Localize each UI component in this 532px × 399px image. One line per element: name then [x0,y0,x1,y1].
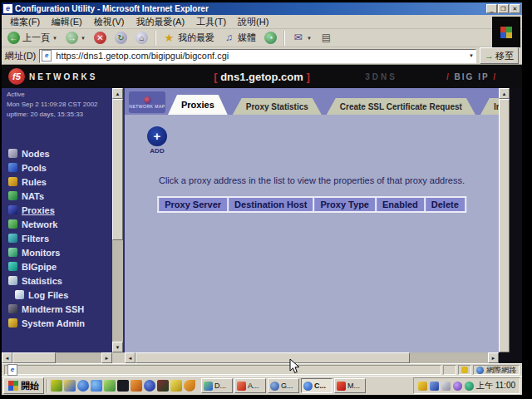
f5-header: f5 NETWORKS [ dns1.getop.com ] 3DNS / BI… [2,65,522,88]
quicklaunch-icon-8[interactable] [144,380,155,392]
close-button[interactable]: ✕ [510,4,520,13]
start-button[interactable]: 開始 [3,377,44,394]
tab-bar: Proxies Proxy Statistics Create SSL Cert… [168,95,499,115]
refresh-button[interactable]: ↻ [111,31,131,46]
tab-create-ssl-certificate-request[interactable]: Create SSL Certificate Request [327,98,475,115]
menu-file[interactable]: 檔案(F) [5,15,45,29]
sidebar-item-nodes[interactable]: Nodes [8,146,111,160]
print-button[interactable]: ▤ [317,31,336,46]
sidebar-hscrollbar[interactable]: ◄ ► [2,352,112,363]
mail-button[interactable]: ✉ ▼ [288,31,315,46]
tab-proxy-statistics[interactable]: Proxy Statistics [233,98,322,115]
scroll-left-icon[interactable]: ◄ [125,352,135,363]
quicklaunch-icon-9[interactable] [157,380,169,392]
address-dropdown-icon[interactable]: ▼ [469,53,474,58]
stop-button[interactable]: ✕ [91,31,110,46]
task-window-4-active[interactable]: C... [301,378,332,393]
mindterm-ssh-icon [8,304,17,313]
column-proxy-server[interactable]: Proxy Server [158,197,228,212]
tray-icon-5[interactable] [465,382,474,391]
quicklaunch-icon-2[interactable] [64,380,76,392]
task-window-1[interactable]: D... [201,378,233,393]
sidebar-item-rules[interactable]: Rules [8,175,111,189]
sidebar-item-monitors[interactable]: Monitors [8,245,111,259]
back-label: 上一頁 [22,32,50,44]
main-hscrollbar[interactable]: ◄ ► [125,352,499,363]
quicklaunch-icon-5[interactable] [104,380,116,392]
menu-favorites[interactable]: 我的最愛(A) [131,15,190,29]
column-delete[interactable]: Delete [425,197,466,212]
sidebar-item-nats[interactable]: NATs [8,189,111,203]
tray-icon-2[interactable] [430,382,439,391]
go-button[interactable]: → 移至 [480,47,519,64]
quicklaunch-icon-3[interactable] [77,380,89,392]
taskbar-separator [47,379,48,392]
quicklaunch-icon-7[interactable] [131,380,142,392]
system-datetime: Mon Sep 2 11:09:28 CST 2002 [7,101,125,108]
sidebar-item-network[interactable]: Network [8,217,111,231]
back-dropdown-icon[interactable]: ▼ [52,36,57,41]
quicklaunch-icon-11[interactable] [184,380,195,392]
back-button[interactable]: ← 上一頁 ▼ [4,31,61,46]
history-button[interactable]: ◔ [261,31,280,46]
menu-edit[interactable]: 編輯(E) [47,15,87,29]
column-enabled[interactable]: Enabled [376,197,425,212]
maximize-button[interactable]: ❐ [498,4,509,13]
menu-help[interactable]: 說明(H) [233,15,273,29]
filters-icon [8,234,17,243]
sidebar-item-pools[interactable]: Pools [8,160,111,175]
scroll-down-icon[interactable]: ▼ [112,342,123,352]
tray-icon-4[interactable] [453,382,462,391]
sidebar-item-bigpipe[interactable]: BIGpipe [8,259,111,273]
add-proxy-button[interactable]: + ADD [143,126,171,155]
menu-view[interactable]: 檢視(V) [89,15,130,29]
taskbar-clock[interactable]: 上午 11:00 [476,380,515,392]
tray-icon-1[interactable] [418,382,427,391]
scroll-right-icon[interactable]: ► [488,352,499,363]
quicklaunch-icon-1[interactable] [51,380,62,392]
quicklaunch-icon-10[interactable] [170,380,182,392]
scroll-right-icon[interactable]: ► [101,352,112,363]
menu-tools[interactable]: 工具(T) [191,15,231,29]
favorites-button[interactable]: ★ 我的最愛 [160,31,218,46]
tray-icon-3[interactable] [441,382,451,391]
sidebar-item-log-files[interactable]: Log Files [8,288,111,302]
scroll-thumb[interactable] [499,99,510,352]
scroll-track[interactable] [499,99,510,352]
scroll-thumb[interactable] [135,352,410,363]
scroll-track[interactable] [112,99,123,342]
scroll-track[interactable] [135,352,488,363]
sidebar-item-mindterm-ssh[interactable]: Mindterm SSH [8,302,111,316]
scroll-left-icon[interactable]: ◄ [2,352,12,363]
scroll-track[interactable] [12,352,101,363]
sidebar-item-system-admin[interactable]: System Admin [8,316,111,330]
task-window-3[interactable]: G... [268,378,299,393]
main-scrollbar[interactable]: ▲ ▼ [499,88,510,363]
scroll-up-icon[interactable]: ▲ [112,88,123,99]
quicklaunch-icon-4[interactable] [91,380,102,392]
sidebar-item-proxies[interactable]: Proxies [8,203,111,217]
sidebar-item-filters[interactable]: Filters [8,231,111,245]
forward-button[interactable]: → ▼ [62,31,89,46]
address-input[interactable] [54,50,466,62]
sidebar-item-statistics[interactable]: Statistics [8,273,111,288]
network-map-button[interactable]: NETWORK MAP [129,91,165,113]
address-field[interactable]: e ▼ [39,49,476,63]
scroll-up-icon[interactable]: ▲ [499,88,510,99]
tab-install-ssl-certificate[interactable]: Install SSL Certif [480,98,499,115]
tab-proxies[interactable]: Proxies [168,95,228,115]
minimize-button[interactable]: _ [486,4,497,13]
task-window-5[interactable]: M... [334,378,366,393]
quicklaunch-icon-6[interactable] [117,380,129,392]
media-button[interactable]: ♫ 媒體 [219,31,259,46]
mail-dropdown-icon[interactable]: ▼ [307,36,312,41]
column-proxy-type[interactable]: Proxy Type [313,197,376,212]
column-destination-host[interactable]: Destination Host [228,197,313,212]
forward-dropdown-icon[interactable]: ▼ [81,36,86,41]
scroll-thumb[interactable] [112,99,123,240]
sidebar-scrollbar[interactable]: ▲ ▼ [112,88,123,352]
security-cell [458,365,471,375]
scroll-thumb[interactable] [12,352,56,363]
home-button[interactable]: ⌂ [132,31,151,46]
task-window-2[interactable]: A... [234,378,266,393]
